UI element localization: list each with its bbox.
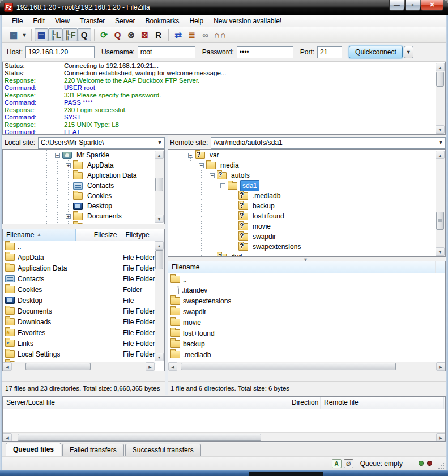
menu-item-edit[interactable]: Edit	[28, 15, 50, 27]
tab-failed-transfers[interactable]: Failed transfers	[62, 444, 124, 456]
file-row-swapextensions[interactable]: swapextensions	[168, 295, 445, 306]
message-log-scrollbar[interactable]: ▲ ▼	[436, 63, 445, 134]
scroll-down-icon[interactable]: ▼	[436, 247, 445, 256]
menu-item-server[interactable]: Server	[110, 15, 140, 27]
find-files-icon[interactable]: ∩∩	[212, 28, 228, 41]
tree-item-autofs[interactable]: −autofs	[168, 170, 251, 181]
tree-item-appdata[interactable]: +AppData	[3, 160, 116, 170]
scroll-up-icon[interactable]: ▲	[155, 241, 164, 250]
file-row-contacts[interactable]: ContactsFile Folder	[3, 273, 155, 284]
directory-comparison-icon[interactable]: ⇄	[172, 28, 185, 41]
remote-file-list[interactable]: ...titandevswapextensionsswapdirmovielos…	[168, 273, 446, 371]
queue-hscrollbar[interactable]: ◀ ▶	[3, 432, 445, 441]
menu-item-view[interactable]: View	[50, 15, 75, 27]
scroll-down-icon[interactable]: ▼	[155, 215, 164, 223]
menu-item-file[interactable]: File	[7, 15, 28, 27]
tree-item-var[interactable]: −var	[168, 150, 221, 160]
maximize-button[interactable]: ▫	[405, 0, 420, 11]
scrollbar-thumb[interactable]	[155, 178, 163, 191]
menu-item-transfer[interactable]: Transfer	[75, 15, 110, 27]
tree-item-mr-sparkle[interactable]: −Mr Sparkle	[3, 150, 111, 160]
reconnect-icon[interactable]: R	[152, 28, 165, 41]
column-header-filetype[interactable]: Filetype	[122, 229, 164, 241]
message-log[interactable]: Status:Connecting to 192.168.1.20:21...S…	[2, 62, 446, 135]
file-row-desktop[interactable]: DesktopFile	[3, 295, 155, 306]
scroll-down-icon[interactable]: ▼	[155, 353, 164, 361]
scroll-left-icon[interactable]: ◀	[3, 362, 12, 371]
tree-item-media[interactable]: −media	[168, 160, 241, 170]
file-row--[interactable]: ..	[3, 241, 155, 252]
synchronized-browsing-icon[interactable]: ∞	[199, 28, 212, 41]
scrollbar-thumb[interactable]	[181, 363, 396, 370]
host-input[interactable]	[25, 46, 95, 58]
file-row--titandev[interactable]: .titandev	[168, 285, 445, 295]
column-header-filename[interactable]: Filename	[168, 261, 436, 273]
toggle-local-tree-icon[interactable]: ╠L	[48, 28, 63, 41]
minimize-button[interactable]: —	[389, 0, 404, 11]
queue-column-remote-file[interactable]: Remote file	[321, 397, 444, 409]
scroll-up-icon[interactable]: ▲	[436, 63, 445, 71]
scroll-right-icon[interactable]: ▶	[436, 433, 445, 441]
site-manager-dropdown-icon[interactable]: ▾	[20, 28, 28, 41]
tab-queued-files[interactable]: Queued files	[6, 443, 61, 456]
local-tree-scrollbar[interactable]: ▲ ▼	[155, 151, 164, 223]
file-row-documents[interactable]: DocumentsFile Folder	[3, 306, 155, 316]
tree-item-swapdir[interactable]: swapdir	[168, 231, 278, 242]
file-row-backup[interactable]: backup	[168, 338, 445, 349]
column-header-filesize[interactable]: Filesize	[76, 229, 122, 241]
local-site-combo[interactable]: C:\Users\Mr Sparkle\ ▼	[38, 137, 165, 149]
scroll-down-icon[interactable]: ▼	[436, 125, 445, 134]
local-list-vscrollbar[interactable]: ▲ ▼	[155, 241, 164, 361]
expand-toggle-icon[interactable]: +	[66, 163, 71, 168]
scroll-left-icon[interactable]: ◀	[3, 433, 12, 441]
tree-item-downloads[interactable]: +Downloads	[3, 221, 122, 224]
menu-item-bookmarks[interactable]: Bookmarks	[140, 15, 184, 27]
file-row--[interactable]: ..	[168, 274, 445, 285]
quickconnect-button[interactable]: Quickconnect	[349, 46, 403, 58]
tree-item-application-data[interactable]: Application Data	[3, 170, 138, 181]
new-version-notice[interactable]: New version available!	[208, 15, 287, 27]
tree-item-desktop[interactable]: Desktop	[3, 201, 114, 211]
file-row-cookies[interactable]: CookiesFolder	[3, 284, 155, 295]
remote-list-hscrollbar[interactable]: ◀ ▶	[168, 362, 445, 371]
scroll-right-icon[interactable]: ▶	[436, 362, 445, 371]
toggle-message-log-icon[interactable]: ▤	[35, 28, 48, 41]
tab-successful-transfers[interactable]: Successful transfers	[125, 444, 201, 456]
scrollbar-thumb[interactable]	[436, 72, 444, 87]
file-row--mediadb[interactable]: .mediadb	[168, 349, 445, 360]
username-input[interactable]	[138, 46, 195, 58]
collapse-toggle-icon[interactable]: −	[188, 153, 193, 158]
remote-tree-scrollbar[interactable]: ▲ ▼	[436, 151, 445, 256]
chevron-down-icon[interactable]: ▼	[436, 138, 445, 148]
toggle-remote-tree-icon[interactable]: ╠F	[63, 28, 78, 41]
scrollbar-thumb[interactable]	[155, 250, 163, 269]
refresh-icon[interactable]: ⟳	[97, 28, 111, 41]
file-row-appdata[interactable]: AppDataFile Folder	[3, 252, 155, 263]
disconnect-icon[interactable]: ⊠	[138, 28, 152, 41]
collapse-toggle-icon[interactable]: −	[199, 163, 204, 168]
file-row-application-data[interactable]: Application DataFile Folder	[3, 263, 155, 273]
collapse-toggle-icon[interactable]: −	[220, 183, 225, 188]
scrollbar-thumb[interactable]	[25, 363, 91, 370]
tree-item-sda1[interactable]: −sda1	[168, 181, 259, 191]
expand-toggle-icon[interactable]: +	[66, 224, 71, 225]
tree-item-cookies[interactable]: Cookies	[3, 191, 113, 201]
title-bar[interactable]: Fz 192.168.1.20 - root@192.168.1.20 - Fi…	[0, 0, 448, 15]
scroll-up-icon[interactable]: ▲	[155, 151, 164, 159]
scrollbar-thumb[interactable]	[436, 212, 444, 230]
site-manager-icon[interactable]: ▦	[7, 28, 20, 41]
collapse-toggle-icon[interactable]: −	[55, 153, 60, 158]
local-list-hscrollbar[interactable]: ◀ ▶	[3, 362, 155, 371]
scroll-left-icon[interactable]: ◀	[168, 362, 177, 371]
quickconnect-dropdown[interactable]: ▼	[404, 46, 413, 58]
queue-column-direction[interactable]: Direction	[288, 397, 321, 409]
scroll-up-icon[interactable]: ▲	[436, 151, 445, 159]
file-row-local-settings[interactable]: Local SettingsFile Folder	[3, 349, 155, 359]
queue-column-server-local-file[interactable]: Server/Local file	[3, 397, 288, 409]
tree-item-backup[interactable]: backup	[168, 201, 276, 211]
tree-item--mediadb[interactable]: .mediadb	[168, 191, 282, 201]
column-header-filename[interactable]: Filename▲	[3, 229, 76, 241]
menu-item-help[interactable]: Help	[184, 15, 208, 27]
cancel-operation-icon[interactable]: ⊗	[125, 28, 138, 41]
close-button[interactable]: ✕	[421, 0, 443, 11]
